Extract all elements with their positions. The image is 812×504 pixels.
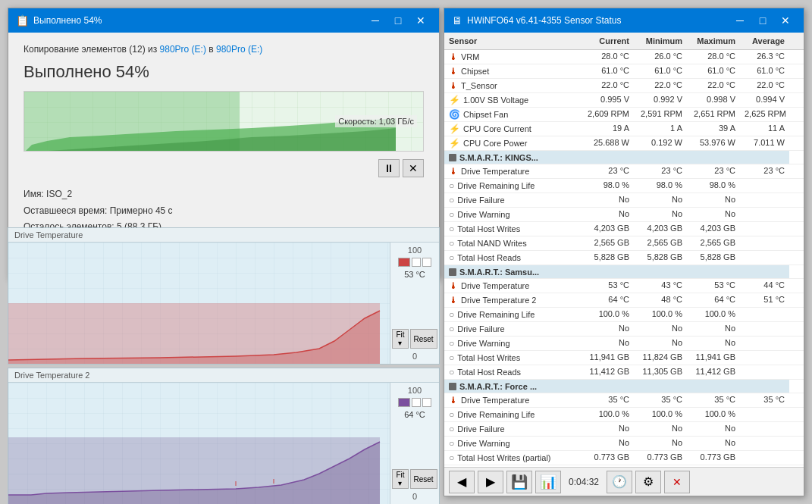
hwinfo-title: HWiNFO64 v6.41-4355 Sensor Status (467, 15, 621, 26)
table-row: ○Total Host Reads 11,412 GB 11,305 GB 11… (444, 365, 804, 380)
drive-temp-2-title: Drive Temperature 2 (8, 368, 439, 383)
chart-color-row-1 (398, 258, 431, 267)
hwinfo-title-bar: 🖥 HWiNFO64 v6.41-4355 Sensor Status ─ □ … (444, 8, 804, 33)
drive-temp-2-chart: 100 64 °C Fit ▾ Reset 0 (8, 383, 439, 504)
chart-min-2: 0 (412, 492, 417, 501)
hwinfo-maximize-button[interactable]: □ (752, 13, 773, 28)
table-row: ○Drive Remaining Life 100.0 % 100.0 % 10… (444, 308, 804, 322)
fit-button-2[interactable]: Fit ▾ (392, 469, 408, 489)
prev-button[interactable]: ◀ (449, 471, 475, 493)
name-label: Имя: (24, 189, 44, 199)
progress-bar-container: Скорость: 1,03 ГБ/с (24, 91, 424, 152)
progress-buttons: ⏸ ✕ (378, 159, 424, 177)
chart-svg-1 (8, 243, 439, 364)
table-row: ⚡1.00V SB Voltage 0.995 V 0.992 V 0.998 … (444, 93, 804, 108)
time-value: Примерно 45 с (110, 205, 173, 216)
bottom-time: 0:04:32 (564, 477, 604, 487)
settings-button[interactable]: ⚙ (635, 471, 661, 493)
table-row: 🌡VRM 28.0 °C 26.0 °C 28.0 °C 26.3 °C (444, 50, 804, 64)
circle-icon: ○ (449, 309, 454, 320)
col-current: Current (581, 35, 634, 47)
cancel-button[interactable]: ✕ (403, 159, 424, 177)
close-button[interactable]: ✕ (410, 13, 431, 28)
chart-color-row-2 (398, 398, 431, 407)
table-row: 🌡Drive Temperature 53 °C 43 °C 53 °C 44 … (444, 279, 804, 293)
circle-icon: ○ (449, 409, 454, 420)
chart-svg-2 (8, 383, 439, 504)
copy-name-row: Имя: ISO_2 (24, 186, 424, 203)
chart-max-2: 100 (408, 386, 422, 395)
hwinfo-exit-button[interactable]: ✕ (664, 471, 690, 493)
table-row: 🌡Chipset 61.0 °C 61.0 °C 61.0 °C 61.0 °C (444, 64, 804, 79)
table-row: ○Drive Warning No No No (444, 437, 804, 451)
chart-color-box-purple (398, 398, 410, 407)
next-button[interactable]: ▶ (478, 471, 503, 493)
chart-current-value-1: 53 °C (404, 270, 425, 279)
table-row: ○Total Host Reads 5,828 GB 5,828 GB 5,82… (444, 251, 804, 265)
hwinfo-content: Sensor Current Minimum Maximum Average 🌡… (444, 33, 804, 467)
table-row: 🌡Drive Temperature 23 °C 23 °C 23 °C 23 … (444, 164, 804, 179)
temp-icon: 🌡 (449, 80, 458, 91)
table-row: ○Drive Failure No No No (444, 322, 804, 337)
title-bar-controls: ─ □ ✕ (365, 13, 431, 28)
circle-icon: ○ (449, 424, 454, 434)
source-link[interactable]: 980Pro (E:) (160, 44, 206, 55)
table-row: ○Total Host Writes 4,203 GB 4,203 GB 4,2… (444, 222, 804, 236)
pause-button[interactable]: ⏸ (378, 159, 400, 177)
col-minimum: Minimum (634, 35, 687, 47)
circle-icon: ○ (449, 352, 454, 363)
copy-dialog-title-bar: 📋 Выполнено 54% ─ □ ✕ (8, 8, 439, 33)
sensor-panels: Drive Temperature 100 (8, 227, 440, 504)
maximize-button[interactable]: □ (387, 13, 409, 28)
drive-icon (449, 154, 456, 161)
temp-icon: 🌡 (449, 280, 458, 291)
power-icon: ⚡ (449, 124, 460, 134)
table-row: ○Drive Remaining Life 100.0 % 100.0 % 10… (444, 408, 804, 422)
fit-button-1[interactable]: Fit ▾ (392, 329, 408, 349)
hwinfo-minimize-button[interactable]: ─ (729, 13, 751, 28)
table-row: ○Drive Failure No No No (444, 422, 804, 437)
circle-icon: ○ (449, 438, 454, 449)
name-value: ISO_2 (46, 189, 72, 199)
drive-temp-1-chart: 100 53 °C Fit ▾ Reset 0 (8, 243, 439, 364)
fan-icon: 🌀 (449, 109, 460, 120)
circle-icon: ○ (449, 324, 454, 334)
copy-source: Копирование элементов (12) из 980Pro (E:… (24, 44, 424, 55)
clock-button[interactable]: 🕐 (607, 471, 632, 493)
dest-link[interactable]: 980Pro (E:) (216, 44, 262, 55)
table-row: ⚡CPU Core Current 19 A 1 A 39 A 11 A (444, 122, 804, 136)
title-bar-left: 📋 Выполнено 54% (16, 14, 102, 27)
chart-button[interactable]: 📊 (535, 471, 561, 493)
table-row: ⚡CPU Core Power 25.688 W 0.192 W 53.976 … (444, 136, 804, 151)
drive-temp-panel-2: Drive Temperature 2 100 (8, 368, 440, 504)
time-label: Оставшееся время: (24, 205, 107, 216)
hwinfo-table-header: Sensor Current Minimum Maximum Average (444, 33, 804, 50)
reset-button-2[interactable]: Reset (410, 469, 437, 489)
power-icon: ⚡ (449, 95, 460, 105)
chart-checkbox-1b[interactable] (422, 258, 431, 267)
table-row: 🌡Drive Temperature 35 °C 35 °C 35 °C 35 … (444, 393, 804, 408)
reset-button-1[interactable]: Reset (410, 329, 437, 349)
drive-icon (449, 268, 456, 276)
hwinfo-title-left: 🖥 HWiNFO64 v6.41-4355 Sensor Status (452, 14, 621, 27)
table-row: ○Drive Warning No No No (444, 208, 804, 222)
chart-checkbox-1a[interactable] (412, 258, 421, 267)
chart-checkbox-2b[interactable] (422, 398, 431, 407)
hwinfo-close-button[interactable]: ✕ (775, 13, 796, 28)
table-row: ○Drive Remaining Life 98.0 % 98.0 % 98.0… (444, 179, 804, 193)
hwinfo-window: 🖥 HWiNFO64 v6.41-4355 Sensor Status ─ □ … (444, 8, 804, 496)
sensor-group-23: S.M.A.R.T.: Force ... (444, 380, 789, 393)
table-row: ○Total Host Writes (partial) 0.773 GB 0.… (444, 451, 804, 465)
chart-color-box-red (398, 258, 410, 267)
temp-icon: 🌡 (449, 66, 458, 77)
hwinfo-title-controls: ─ □ ✕ (729, 13, 796, 28)
circle-icon: ○ (449, 367, 454, 377)
chart-checkbox-2a[interactable] (412, 398, 421, 407)
minimize-button[interactable]: ─ (365, 13, 386, 28)
sensor-group-15: S.M.A.R.T.: Samsu... (444, 265, 789, 278)
chart-right-panel-2: 100 64 °C Fit ▾ Reset 0 (390, 383, 439, 504)
disk-button[interactable]: 💾 (506, 471, 532, 493)
circle-icon: ○ (449, 252, 454, 263)
temp-icon: 🌡 (449, 295, 458, 305)
table-row: ○Total NAND Writes 2,565 GB 2,565 GB 2,5… (444, 236, 804, 251)
